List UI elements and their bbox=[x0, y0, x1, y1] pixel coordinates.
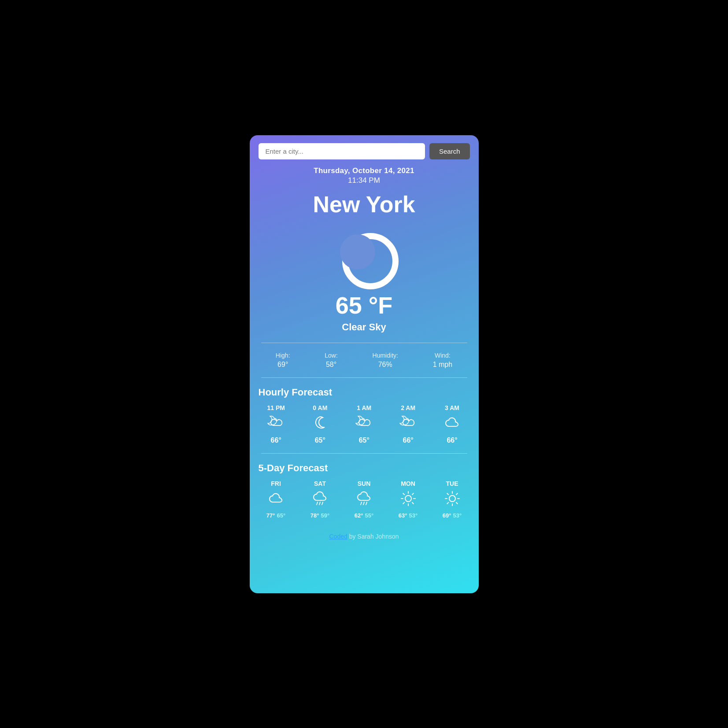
stat-low: Low: 58° bbox=[325, 352, 338, 369]
svg-line-4 bbox=[363, 502, 364, 505]
hourly-time: 0 AM bbox=[313, 404, 327, 411]
fiveday-title: 5-Day Forecast bbox=[250, 456, 479, 477]
fiveday-low: 65° bbox=[277, 512, 286, 519]
svg-line-23 bbox=[456, 493, 457, 495]
hourly-title: Hourly Forecast bbox=[250, 381, 479, 402]
stat-wind-value: 1 mph bbox=[433, 361, 452, 369]
svg-line-14 bbox=[412, 493, 413, 495]
hourly-icon-moon bbox=[311, 414, 329, 434]
hourly-temp: 66° bbox=[403, 436, 414, 444]
fiveday-icon-cloud bbox=[267, 490, 285, 510]
hourly-time: 1 AM bbox=[357, 404, 371, 411]
stat-humidity-value: 76% bbox=[373, 361, 398, 369]
hourly-item: 11 PM 66° bbox=[267, 404, 285, 444]
fiveday-icon-cloud-rain bbox=[355, 490, 373, 510]
hourly-icon-cloud bbox=[443, 414, 461, 434]
search-button[interactable]: Search bbox=[429, 143, 470, 159]
hourly-time: 3 AM bbox=[445, 404, 459, 411]
fiveday-high: 62° bbox=[355, 512, 363, 519]
fiveday-low: 59° bbox=[321, 512, 330, 519]
fiveday-day: SAT bbox=[314, 480, 326, 487]
hourly-icon-cloud-night bbox=[267, 414, 285, 434]
fiveday-item: SUN 62° 55° bbox=[355, 480, 373, 519]
hourly-row: 11 PM 66° 0 AM 65° 1 AM 65° 2 AM 66° 3 A… bbox=[250, 402, 479, 451]
fiveday-high: 78° bbox=[310, 512, 319, 519]
hourly-icon-cloud-night bbox=[355, 414, 373, 434]
condition-label: Clear Sky bbox=[342, 322, 386, 333]
fiveday-low: 53° bbox=[409, 512, 418, 519]
svg-point-15 bbox=[449, 495, 455, 502]
stats-row: High: 69° Low: 58° Humidity: 76% Wind: 1… bbox=[250, 346, 479, 375]
svg-line-5 bbox=[366, 502, 367, 505]
svg-line-11 bbox=[403, 493, 404, 495]
fiveday-low: 53° bbox=[453, 512, 462, 519]
hourly-time: 2 AM bbox=[401, 404, 415, 411]
divider-fiveday bbox=[261, 453, 467, 454]
stat-wind-label: Wind: bbox=[433, 352, 452, 359]
fiveday-item: MON 63° 53° bbox=[399, 480, 418, 519]
fiveday-day: TUE bbox=[446, 480, 458, 487]
fiveday-temps: 78° 59° bbox=[310, 512, 329, 519]
fiveday-high: 77° bbox=[266, 512, 275, 519]
hourly-item: 2 AM 66° bbox=[399, 404, 417, 444]
fiveday-row: FRI 77° 65° SAT 78° 59° SUN 62° bbox=[250, 477, 479, 528]
stat-low-value: 58° bbox=[325, 361, 338, 369]
hourly-temp: 66° bbox=[271, 436, 281, 444]
date-time: Thursday, October 14, 2021 11:34 PM bbox=[314, 166, 414, 185]
svg-line-0 bbox=[317, 502, 318, 505]
stat-humidity-label: Humidity: bbox=[373, 352, 398, 359]
fiveday-temps: 69° 53° bbox=[443, 512, 462, 519]
hourly-temp: 65° bbox=[315, 436, 325, 444]
city-name: New York bbox=[313, 191, 415, 218]
fiveday-item: SAT 78° 59° bbox=[310, 480, 329, 519]
svg-line-21 bbox=[456, 502, 457, 503]
coded-link[interactable]: Coded bbox=[329, 533, 347, 540]
fiveday-day: FRI bbox=[271, 480, 281, 487]
svg-line-22 bbox=[447, 502, 448, 503]
fiveday-temps: 63° 53° bbox=[399, 512, 418, 519]
footer: Coded by Sarah Johnson bbox=[329, 528, 399, 547]
fiveday-icon-sun bbox=[399, 490, 417, 510]
stat-high: High: 69° bbox=[276, 352, 290, 369]
fiveday-high: 69° bbox=[443, 512, 451, 519]
fiveday-temps: 62° 55° bbox=[355, 512, 373, 519]
svg-line-20 bbox=[447, 493, 448, 495]
footer-author: by Sarah Johnson bbox=[347, 533, 399, 540]
hourly-temp: 66° bbox=[447, 436, 457, 444]
temperature: 65 °F bbox=[336, 292, 393, 319]
time-label: 11:34 PM bbox=[314, 176, 414, 185]
hourly-item: 0 AM 65° bbox=[311, 404, 329, 444]
fiveday-icon-sun bbox=[443, 490, 461, 510]
fiveday-low: 55° bbox=[365, 512, 374, 519]
divider-top bbox=[261, 343, 467, 343]
search-bar: Search bbox=[250, 135, 479, 164]
hourly-temp: 65° bbox=[359, 436, 370, 444]
fiveday-high: 63° bbox=[399, 512, 407, 519]
fiveday-item: TUE 69° 53° bbox=[443, 480, 462, 519]
divider-hourly bbox=[261, 377, 467, 378]
fiveday-day: SUN bbox=[358, 480, 371, 487]
fiveday-day: MON bbox=[401, 480, 415, 487]
stat-wind: Wind: 1 mph bbox=[433, 352, 452, 369]
svg-line-12 bbox=[412, 502, 413, 503]
date-label: Thursday, October 14, 2021 bbox=[314, 166, 414, 175]
svg-line-1 bbox=[319, 502, 320, 505]
hourly-item: 1 AM 65° bbox=[355, 404, 373, 444]
stat-low-label: Low: bbox=[325, 352, 338, 359]
fiveday-item: FRI 77° 65° bbox=[266, 480, 285, 519]
stat-high-value: 69° bbox=[276, 361, 290, 369]
moon-icon bbox=[340, 231, 388, 279]
svg-line-2 bbox=[322, 502, 323, 505]
stat-humidity: Humidity: 76% bbox=[373, 352, 398, 369]
svg-point-6 bbox=[405, 495, 411, 502]
fiveday-temps: 77° 65° bbox=[266, 512, 285, 519]
svg-line-13 bbox=[403, 502, 404, 503]
search-input[interactable] bbox=[259, 143, 425, 159]
hourly-icon-cloud-night bbox=[399, 414, 417, 434]
hourly-time: 11 PM bbox=[267, 404, 285, 411]
weather-app: Search Thursday, October 14, 2021 11:34 … bbox=[250, 135, 479, 593]
svg-line-3 bbox=[361, 502, 362, 505]
stat-high-label: High: bbox=[276, 352, 290, 359]
fiveday-icon-cloud-rain bbox=[311, 490, 329, 510]
hourly-item: 3 AM 66° bbox=[443, 404, 461, 444]
